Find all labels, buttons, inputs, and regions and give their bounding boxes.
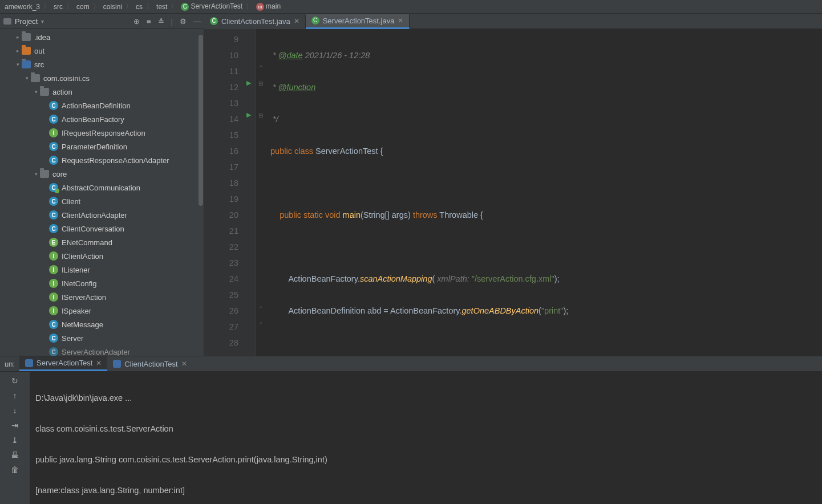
tree-class[interactable]: ▸CNetMessage bbox=[0, 318, 204, 331]
tree-class[interactable]: ▸CServer bbox=[0, 331, 204, 345]
run-icon[interactable]: ▶ bbox=[246, 111, 251, 119]
crumb-class[interactable]: CServerActionTest bbox=[180, 2, 244, 11]
delete-icon[interactable]: 🗑 bbox=[11, 465, 19, 474]
tree-class[interactable]: ▸CClientActionAdapter bbox=[0, 208, 204, 222]
chevron-right-icon: 〉 bbox=[146, 2, 153, 11]
project-tool-title[interactable]: Project ▾ bbox=[3, 17, 44, 26]
tab-label: ServerActionTest.java bbox=[323, 17, 395, 25]
crumb[interactable]: test bbox=[155, 3, 168, 11]
tree-class[interactable]: ▸CActionBeanFactory bbox=[0, 112, 204, 126]
chevron-right-icon: 〉 bbox=[171, 2, 177, 11]
run-side-toolbar: ↻ ↑ ↓ ⇥ ⤓ 🖶 🗑 bbox=[0, 372, 30, 504]
scroll-to-end-icon[interactable]: ⤓ bbox=[11, 436, 18, 445]
tree-folder-src[interactable]: ▾src bbox=[0, 58, 204, 71]
tree-class[interactable]: ▸CRequestResponseActionAdapter bbox=[0, 153, 204, 167]
fold-gutter[interactable]: ⌃ ⊟ ⊟ ⌄ ⌄ bbox=[256, 29, 266, 356]
tree-interface[interactable]: ▸IISpeaker bbox=[0, 304, 204, 318]
tree-folder-core[interactable]: ▾core bbox=[0, 167, 204, 181]
tree-class[interactable]: ▸CAbstractCommunication bbox=[0, 181, 204, 194]
tab-serveractiontest[interactable]: C ServerActionTest.java ✕ bbox=[306, 14, 410, 29]
console-output[interactable]: D:\Java\jdk\bin\java.exe ... class com.c… bbox=[30, 372, 822, 504]
run-tool-window: un: ServerActionTest✕ ClientActionTest✕ … bbox=[0, 356, 822, 504]
code-area[interactable]: * @date 2021/1/26 - 12:28 * @function */… bbox=[266, 29, 822, 356]
crumb[interactable]: com bbox=[75, 3, 91, 11]
tree-folder-action[interactable]: ▾action bbox=[0, 85, 204, 99]
method-icon: m bbox=[256, 3, 264, 11]
tree-interface[interactable]: ▸IINetConfig bbox=[0, 277, 204, 290]
tree-class[interactable]: ▸CClient bbox=[0, 194, 204, 208]
folder-icon bbox=[3, 18, 11, 25]
tree-class[interactable]: ▸CClientConversation bbox=[0, 222, 204, 235]
tree-class[interactable]: ▸CActionBeanDefinition bbox=[0, 99, 204, 112]
class-icon: C bbox=[311, 17, 319, 25]
close-icon[interactable]: ✕ bbox=[181, 360, 187, 368]
class-icon: C bbox=[181, 3, 189, 11]
breadcrumb: amework_3 〉 src 〉 com 〉 coisini 〉 cs 〉 t… bbox=[0, 0, 822, 14]
editor-tabs: C ClientActionTest.java ✕ C ServerAction… bbox=[204, 14, 410, 29]
tree-enum[interactable]: ▸EENetCommand bbox=[0, 235, 204, 249]
run-tab-clientactiontest[interactable]: ClientActionTest✕ bbox=[107, 356, 192, 371]
close-icon[interactable]: ✕ bbox=[96, 359, 102, 367]
arrow-down-icon[interactable]: ↓ bbox=[13, 406, 17, 415]
crumb-method[interactable]: mmain bbox=[255, 2, 282, 11]
tree-interface[interactable]: ▸IIClientAction bbox=[0, 249, 204, 263]
tree-class[interactable]: ▸CServerActionAdapter bbox=[0, 345, 204, 356]
collapse-icon[interactable]: ≛ bbox=[158, 17, 164, 26]
print-icon[interactable]: 🖶 bbox=[11, 450, 19, 460]
chevron-down-icon: ▾ bbox=[41, 18, 44, 25]
crumb[interactable]: cs bbox=[135, 3, 144, 11]
run-gutter[interactable]: ▶ ▶ bbox=[245, 29, 256, 356]
minimize-icon[interactable]: — bbox=[193, 17, 201, 26]
tree-package[interactable]: ▾com.coisini.cs bbox=[0, 71, 204, 85]
tree-folder-idea[interactable]: ▸.idea bbox=[0, 30, 204, 44]
crumb[interactable]: amework_3 bbox=[3, 3, 41, 11]
editor[interactable]: 910111213 1415161718 1920212223 24252627… bbox=[204, 29, 822, 356]
tree-interface[interactable]: ▸IIServerAction bbox=[0, 290, 204, 304]
close-icon[interactable]: ✕ bbox=[398, 17, 403, 25]
tree-interface[interactable]: ▸IIListener bbox=[0, 263, 204, 277]
scrollbar[interactable] bbox=[198, 29, 204, 356]
chevron-right-icon: 〉 bbox=[93, 2, 100, 11]
tree-interface[interactable]: ▸IIRequestResponseAction bbox=[0, 126, 204, 140]
tool-row: Project ▾ ⊕ ≡ ≛ | ⚙ — C ClientActionTest… bbox=[0, 14, 822, 29]
chevron-right-icon: 〉 bbox=[66, 2, 73, 11]
tab-clientactiontest[interactable]: C ClientActionTest.java ✕ bbox=[204, 15, 306, 29]
tree-folder-out[interactable]: ▸out bbox=[0, 44, 204, 58]
close-icon[interactable]: ✕ bbox=[294, 17, 299, 25]
crumb[interactable]: coisini bbox=[102, 3, 123, 11]
expand-icon[interactable]: ≡ bbox=[147, 17, 151, 26]
chevron-right-icon: 〉 bbox=[43, 2, 50, 11]
arrow-up-icon[interactable]: ↑ bbox=[13, 391, 17, 400]
application-icon bbox=[25, 359, 33, 367]
run-icon[interactable]: ▶ bbox=[246, 79, 251, 87]
class-icon: C bbox=[210, 17, 218, 25]
project-tree[interactable]: ▸.idea ▸out ▾src ▾com.coisini.cs ▾action… bbox=[0, 29, 204, 356]
gear-icon[interactable]: ⚙ bbox=[180, 17, 187, 26]
application-icon bbox=[113, 360, 121, 368]
rerun-icon[interactable]: ↻ bbox=[11, 376, 18, 385]
line-number-gutter: 910111213 1415161718 1920212223 24252627… bbox=[204, 29, 245, 356]
soft-wrap-icon[interactable]: ⇥ bbox=[11, 421, 18, 430]
chevron-right-icon: 〉 bbox=[125, 2, 132, 11]
chevron-right-icon: 〉 bbox=[246, 2, 253, 11]
run-label: un: bbox=[0, 360, 19, 368]
tree-class[interactable]: ▸CParameterDefinition bbox=[0, 140, 204, 153]
run-tab-serveractiontest[interactable]: ServerActionTest✕ bbox=[19, 356, 107, 371]
tab-label: ClientActionTest.java bbox=[221, 17, 290, 26]
crumb[interactable]: src bbox=[52, 3, 64, 11]
target-icon[interactable]: ⊕ bbox=[133, 17, 140, 26]
